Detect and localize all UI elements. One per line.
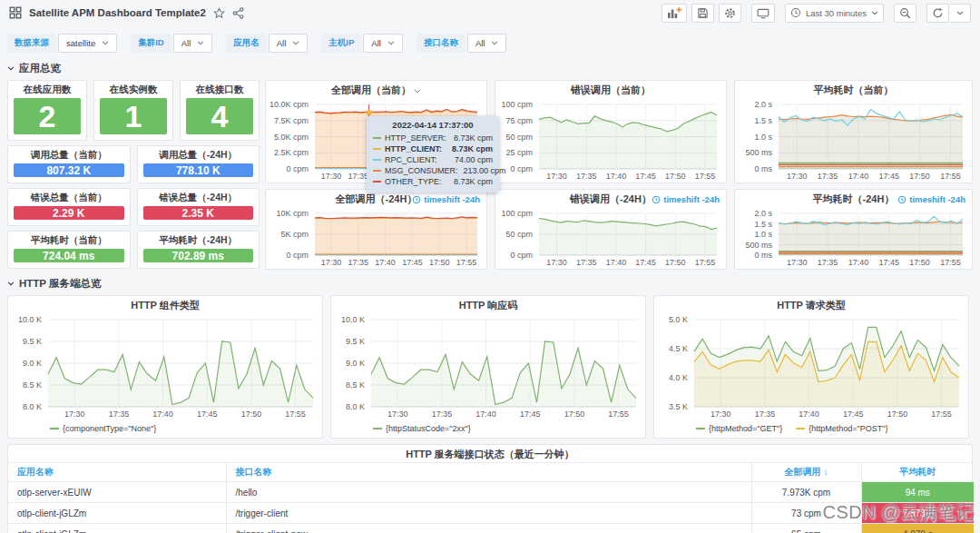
legend-item[interactable]: {httpStatusCode="2xx"} — [373, 424, 471, 433]
share-icon[interactable] — [232, 7, 244, 19]
dashboard-settings-button[interactable] — [719, 4, 741, 23]
panel-title[interactable]: HTTP 请求类型 — [654, 296, 968, 315]
svg-text:0 cpm: 0 cpm — [510, 251, 533, 260]
filter-value-dropdown[interactable]: satellite — [58, 34, 117, 53]
stat-value: 2.29 K — [14, 206, 124, 220]
stat-panel: 错误总量（-24H）2.35 K — [137, 188, 260, 226]
panel-latency-current: 平均耗时（当前） 0 ms500 ms1.0 s1.5 s2.0 s17:301… — [734, 80, 973, 183]
svg-text:17:30: 17:30 — [546, 258, 567, 267]
svg-text:100 cpm: 100 cpm — [501, 100, 533, 109]
section-header-http[interactable]: HTTP 服务端总览 — [7, 277, 102, 291]
stat-value: 807.32 K — [14, 163, 124, 177]
time-range-label: Last 30 minutes — [806, 8, 867, 18]
zoom-out-button[interactable] — [894, 4, 916, 23]
panel-title[interactable]: 平均耗时（当前） — [735, 81, 972, 100]
latency-24h-chart[interactable]: 0 ms500 ms1.0 s1.5 s2.0 s17:3017:3517:40… — [735, 209, 972, 269]
svg-text:17:55: 17:55 — [608, 410, 629, 419]
stat-title: 调用总量（当前） — [8, 146, 130, 162]
stat-title: 错误总量（当前） — [8, 189, 130, 204]
legend-item[interactable]: {componentType="None"} — [50, 424, 156, 433]
http-method-chart[interactable]: 3.5 K4.0 K4.5 K5.0 K17:3017:3517:4017:45… — [654, 315, 968, 420]
svg-text:25 cpm: 25 cpm — [505, 148, 533, 157]
timeshift-badge: timeshift -24h — [897, 190, 965, 209]
panel-title[interactable]: 错误调用（当前） — [495, 81, 726, 100]
table-header-0[interactable]: 应用名称 — [8, 463, 226, 482]
stat-value: 1 — [100, 98, 167, 134]
legend-item[interactable]: {httpMethod="POST"} — [796, 424, 887, 433]
svg-text:17:50: 17:50 — [241, 410, 262, 419]
table-header-2[interactable]: 全部调用 ↓ — [751, 463, 861, 482]
stat-panel: 调用总量（-24H）778.10 K — [137, 145, 260, 183]
svg-text:0 cpm: 0 cpm — [286, 251, 309, 260]
svg-text:17:30: 17:30 — [787, 258, 808, 267]
svg-text:17:45: 17:45 — [520, 410, 541, 419]
svg-text:1.5 s: 1.5 s — [754, 116, 772, 125]
panel-title[interactable]: HTTP 响应码 — [331, 296, 645, 315]
svg-text:9.5 K: 9.5 K — [23, 337, 42, 346]
refresh-interval-dropdown[interactable] — [949, 4, 971, 23]
save-dashboard-button[interactable] — [691, 4, 714, 23]
svg-text:0 cpm: 0 cpm — [510, 164, 533, 173]
cell-path: /hello — [226, 482, 751, 503]
svg-text:17:40: 17:40 — [848, 172, 869, 181]
refresh-button[interactable] — [926, 4, 949, 23]
svg-text:0 ms: 0 ms — [754, 164, 772, 173]
panel-title: 平均耗时（-24H） — [813, 193, 895, 204]
table-header-1[interactable]: 接口名称 — [226, 463, 751, 482]
panel-errors-current: 错误调用（当前） 0 cpm25 cpm50 cpm75 cpm100 cpm1… — [495, 80, 727, 183]
svg-text:17:30: 17:30 — [64, 410, 85, 419]
svg-text:8.5 K: 8.5 K — [346, 380, 365, 390]
legend-item[interactable]: {httpMethod="GET"} — [696, 424, 782, 433]
svg-text:3.5 K: 3.5 K — [669, 402, 688, 411]
stat-panel: 平均耗时（-24H）702.89 ms — [137, 231, 260, 269]
chart-legend[interactable]: {httpMethod="GET"}{httpMethod="POST"} — [696, 424, 887, 433]
stat-value: 2 — [14, 98, 81, 134]
filter-value-dropdown[interactable]: All — [269, 34, 309, 53]
chart-legend[interactable]: {httpStatusCode="2xx"} — [373, 424, 471, 433]
svg-text:100 cpm: 100 cpm — [501, 209, 533, 218]
timeshift-badge: timeshift -24h — [412, 190, 480, 209]
stats-big-row: 在线应用数2在线实例数1在线接口数4 — [7, 80, 260, 141]
http-component-chart[interactable]: 8.0 K8.5 K9.0 K9.5 K10.0 K17:3017:3517:4… — [8, 315, 322, 420]
table-header-3[interactable]: 平均耗时 — [861, 463, 974, 482]
tv-mode-button[interactable] — [751, 4, 775, 23]
svg-text:8.0 K: 8.0 K — [346, 402, 365, 411]
section-header-overview[interactable]: 应用总览 — [7, 62, 61, 75]
filter-value-dropdown[interactable]: All — [173, 34, 213, 53]
errors-24h-chart[interactable]: 0 cpm50 cpm100 cpm17:3017:3517:4017:4517… — [495, 209, 726, 269]
panel-http-method: HTTP 请求类型 3.5 K4.0 K4.5 K5.0 K17:3017:35… — [653, 295, 969, 439]
tooltip-timestamp: 2022-04-14 17:37:00 — [373, 120, 493, 130]
dashboard-title: Satellite APM Dashboard Template2 — [29, 7, 206, 18]
svg-text:17:45: 17:45 — [635, 172, 656, 181]
svg-text:5.0 K: 5.0 K — [669, 315, 688, 324]
latency-current-chart[interactable]: 0 ms500 ms1.0 s1.5 s2.0 s17:3017:3517:40… — [735, 100, 972, 183]
filter-label: 应用名 — [226, 34, 267, 53]
add-panel-button[interactable] — [662, 4, 687, 23]
svg-text:17:35: 17:35 — [576, 258, 597, 267]
svg-text:7.5K cpm: 7.5K cpm — [274, 116, 309, 125]
time-range-picker[interactable]: Last 30 minutes — [785, 4, 884, 23]
panel-latency-24h: 平均耗时（-24H） timeshift -24h 0 ms500 ms1.0 … — [734, 189, 973, 270]
filter-value-dropdown[interactable]: All — [363, 34, 403, 53]
filter-value-dropdown[interactable]: All — [467, 34, 507, 53]
panel-title[interactable]: HTTP 组件类型 — [8, 296, 322, 315]
svg-text:10K cpm: 10K cpm — [276, 209, 309, 218]
http-status-chart[interactable]: 8.0 K8.5 K9.0 K9.5 K10.0 K17:3017:3517:4… — [331, 315, 645, 420]
filter-接口名称: 接口名称All — [416, 34, 507, 53]
svg-text:17:50: 17:50 — [909, 258, 930, 267]
svg-text:17:55: 17:55 — [931, 410, 952, 419]
star-icon[interactable] — [213, 7, 225, 19]
svg-text:75 cpm: 75 cpm — [505, 116, 533, 125]
svg-text:17:50: 17:50 — [665, 172, 686, 181]
svg-text:17:35: 17:35 — [755, 410, 776, 419]
svg-text:17:35: 17:35 — [432, 410, 453, 419]
cell-duration: 4.079 s — [861, 524, 974, 533]
svg-text:17:40: 17:40 — [606, 258, 627, 267]
calls-24h-chart[interactable]: 0 cpm5K cpm10K cpm17:3017:3517:4017:4517… — [266, 209, 486, 269]
errors-current-chart[interactable]: 0 cpm25 cpm50 cpm75 cpm100 cpm17:3017:35… — [495, 100, 726, 183]
chart-legend[interactable]: {componentType="None"} — [50, 424, 156, 433]
svg-text:17:35: 17:35 — [818, 258, 838, 267]
svg-text:0 ms: 0 ms — [754, 251, 772, 260]
stat-panel: 平均耗时（当前）724.04 ms — [7, 231, 131, 269]
svg-text:50 cpm: 50 cpm — [505, 230, 533, 239]
